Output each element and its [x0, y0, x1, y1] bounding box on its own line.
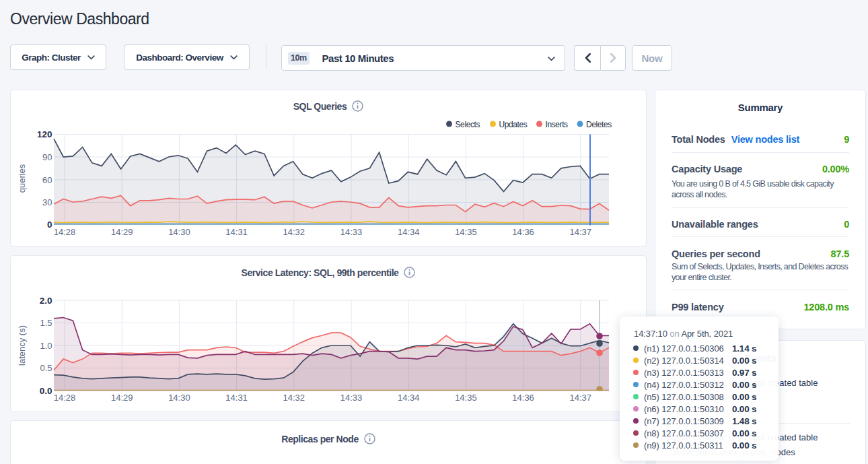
- svg-text:Inserts: Inserts: [546, 120, 569, 129]
- svg-text:14:37: 14:37: [570, 393, 592, 403]
- svg-text:0: 0: [47, 220, 52, 230]
- svg-text:2.0: 2.0: [40, 296, 52, 306]
- svg-text:90: 90: [42, 152, 52, 162]
- svg-text:1.0: 1.0: [40, 341, 52, 351]
- svg-text:0.0: 0.0: [40, 386, 52, 396]
- svg-text:queries: queries: [17, 164, 27, 193]
- svg-text:14:36: 14:36: [512, 393, 534, 403]
- svg-text:14:29: 14:29: [111, 227, 133, 237]
- svg-text:14:34: 14:34: [398, 227, 420, 237]
- svg-text:latency (s): latency (s): [17, 325, 27, 366]
- svg-text:0.5: 0.5: [40, 363, 52, 373]
- svg-text:14:30: 14:30: [168, 227, 190, 237]
- svg-text:14:29: 14:29: [111, 393, 133, 403]
- svg-text:14:31: 14:31: [225, 227, 248, 237]
- svg-text:14:32: 14:32: [283, 227, 305, 237]
- svg-text:30: 30: [42, 197, 52, 207]
- svg-text:14:35: 14:35: [455, 227, 477, 237]
- svg-text:Deletes: Deletes: [586, 120, 612, 129]
- svg-text:14:28: 14:28: [54, 227, 76, 237]
- svg-text:120: 120: [37, 129, 52, 139]
- svg-text:14:30: 14:30: [168, 393, 190, 403]
- svg-text:14:33: 14:33: [340, 227, 363, 237]
- svg-text:Updates: Updates: [499, 120, 528, 129]
- svg-text:14:31: 14:31: [225, 393, 248, 403]
- svg-text:1.5: 1.5: [40, 318, 52, 328]
- svg-text:14:28: 14:28: [54, 393, 76, 403]
- svg-text:60: 60: [42, 175, 52, 185]
- svg-text:14:32: 14:32: [283, 393, 305, 403]
- svg-text:14:37: 14:37: [570, 227, 592, 237]
- svg-text:14:35: 14:35: [455, 393, 477, 403]
- svg-text:14:36: 14:36: [512, 227, 534, 237]
- svg-text:14:33: 14:33: [340, 393, 363, 403]
- svg-text:14:34: 14:34: [398, 393, 420, 403]
- svg-text:Selects: Selects: [456, 120, 480, 129]
